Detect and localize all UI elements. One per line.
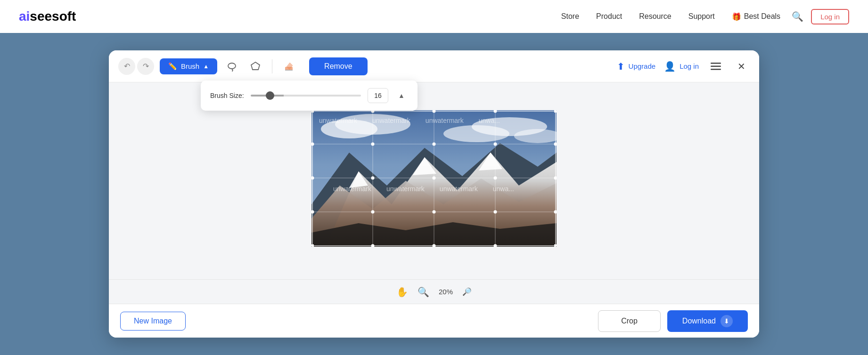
- image-canvas[interactable]: unwatermark unwatermark unwatermark unwa…: [311, 110, 557, 251]
- svg-point-48: [433, 210, 436, 214]
- svg-rect-3: [711, 65, 721, 67]
- svg-rect-2: [711, 63, 721, 64]
- svg-point-32: [371, 244, 375, 247]
- best-deals-link[interactable]: 🎁 Best Deals: [732, 12, 780, 21]
- selection-overlay: [311, 110, 557, 247]
- nav-support[interactable]: Support: [688, 12, 715, 21]
- brush-chevron-icon: ▲: [203, 63, 209, 70]
- svg-point-36: [311, 177, 314, 180]
- upgrade-button[interactable]: ⬆ Upgrade: [617, 61, 656, 72]
- nav-icons: 🔍 Log in: [792, 9, 849, 24]
- app-modal: ↶ ↷ ✏️ Brush ▲: [109, 50, 759, 338]
- download-label: Download: [682, 317, 716, 325]
- brush-size-label: Brush Size:: [210, 92, 244, 99]
- svg-point-47: [371, 210, 375, 214]
- upgrade-icon: ⬆: [617, 61, 625, 72]
- svg-point-34: [494, 244, 497, 247]
- svg-point-33: [433, 244, 436, 247]
- crop-button[interactable]: Crop: [598, 310, 661, 332]
- menu-button[interactable]: [707, 58, 724, 75]
- svg-rect-28: [554, 244, 557, 247]
- svg-point-39: [554, 177, 557, 180]
- svg-point-44: [371, 177, 375, 180]
- brush-icon: ✏️: [168, 62, 177, 71]
- nav-links: Store Product Resource Support 🎁 Best De…: [561, 12, 780, 21]
- lasso-tool-button[interactable]: [223, 57, 241, 75]
- best-deals-label: Best Deals: [744, 12, 780, 21]
- toolbar-right: ⬆ Upgrade 👤 Log in ✕: [617, 58, 750, 75]
- zoom-out-button[interactable]: 🔎: [462, 287, 472, 296]
- svg-point-46: [494, 177, 497, 180]
- svg-rect-4: [711, 69, 721, 70]
- svg-point-45: [433, 177, 436, 180]
- brush-button[interactable]: ✏️ Brush ▲: [160, 58, 217, 74]
- svg-rect-26: [554, 110, 557, 113]
- logo-ai: ai: [19, 9, 30, 24]
- svg-point-43: [494, 143, 497, 146]
- svg-rect-27: [311, 244, 314, 247]
- svg-point-31: [494, 110, 497, 113]
- undo-redo-group: ↶ ↷: [118, 58, 154, 75]
- brush-size-slider[interactable]: [251, 95, 361, 97]
- svg-point-38: [554, 143, 557, 146]
- upgrade-label: Upgrade: [629, 62, 656, 70]
- mountain-image: unwatermark unwatermark unwatermark unwa…: [311, 110, 557, 247]
- download-button[interactable]: Download ⬇: [667, 310, 748, 332]
- main-content: ↶ ↷ ✏️ Brush ▲: [0, 33, 868, 355]
- nav-store[interactable]: Store: [561, 12, 579, 21]
- fire-icon: 🎁: [732, 12, 741, 21]
- zoom-percent: 20%: [439, 288, 453, 296]
- svg-point-30: [433, 110, 436, 113]
- zoom-in-button[interactable]: 🔍: [418, 286, 429, 298]
- polygon-tool-button[interactable]: [246, 57, 264, 75]
- login-button[interactable]: Log in: [811, 9, 849, 24]
- nav-bar: aiseesoft Store Product Resource Support…: [0, 0, 868, 33]
- hand-tool-icon[interactable]: ✋: [396, 286, 408, 298]
- svg-point-41: [371, 143, 375, 146]
- nav-product[interactable]: Product: [596, 12, 622, 21]
- close-button[interactable]: ✕: [733, 58, 750, 75]
- remove-button[interactable]: Remove: [309, 57, 368, 75]
- svg-point-0: [228, 63, 236, 69]
- modal-login-button[interactable]: 👤 Log in: [664, 61, 699, 72]
- footer-right: Crop Download ⬇: [598, 310, 748, 332]
- svg-point-37: [311, 210, 314, 214]
- modal-footer: New Image Crop Download ⬇: [109, 304, 759, 338]
- brush-size-value: 16: [368, 88, 388, 103]
- zoom-bar: ✋ 🔍 20% 🔎: [109, 279, 759, 304]
- toolbar-divider: [272, 59, 272, 73]
- brush-size-up-button[interactable]: ▲: [395, 88, 408, 103]
- svg-point-35: [311, 143, 314, 146]
- modal-body: unwatermark unwatermark unwatermark unwa…: [109, 82, 759, 279]
- modal-login-label: Log in: [680, 62, 699, 70]
- svg-point-42: [433, 143, 436, 146]
- user-icon: 👤: [664, 61, 676, 72]
- modal-toolbar: ↶ ↷ ✏️ Brush ▲: [109, 50, 759, 82]
- brush-label: Brush: [181, 62, 199, 70]
- redo-button[interactable]: ↷: [137, 58, 154, 75]
- erase-tool-button[interactable]: [280, 57, 298, 75]
- search-button[interactable]: 🔍: [792, 11, 803, 22]
- undo-button[interactable]: ↶: [118, 58, 135, 75]
- new-image-button[interactable]: New Image: [120, 312, 186, 331]
- logo: aiseesoft: [19, 9, 76, 24]
- nav-resource[interactable]: Resource: [639, 12, 671, 21]
- brush-size-panel: Brush Size: 16 ▲: [201, 81, 418, 111]
- svg-point-49: [494, 210, 497, 214]
- logo-rest: seesoft: [30, 9, 76, 24]
- svg-point-40: [554, 210, 557, 214]
- download-icon: ⬇: [721, 315, 733, 327]
